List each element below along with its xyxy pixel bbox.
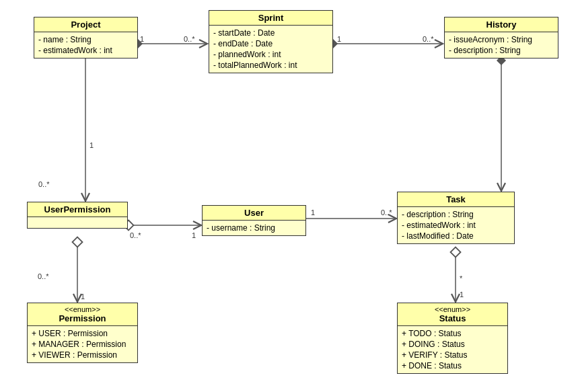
class-status-attr-4: + DONE : Status: [402, 360, 503, 371]
class-permission-attr-3: + VIEWER : Permission: [32, 350, 133, 360]
class-status: <<enum>> Status + TODO : Status + DOING …: [397, 303, 508, 374]
label-proj-up-1: 1: [89, 141, 94, 149]
class-user: User - username : String: [202, 205, 306, 236]
class-userpermission-name: UserPermission: [44, 204, 111, 214]
class-permission-attr-1: + USER : Permission: [32, 328, 133, 339]
class-userpermission-header: UserPermission: [28, 202, 127, 217]
class-permission-name: Permission: [59, 313, 106, 323]
label-up-user-1: 1: [192, 231, 196, 239]
class-sprint-header: Sprint: [209, 11, 332, 26]
label-up-perm-0star: 0..*: [38, 272, 49, 280]
class-status-attr-2: + DOING : Status: [402, 339, 503, 350]
label-up-user-0star: 0..*: [130, 231, 141, 239]
class-status-name: Status: [439, 313, 466, 323]
label-sprint-hist-0star: 0..*: [423, 35, 434, 43]
class-sprint: Sprint - startDate : Date - endDate : Da…: [209, 10, 333, 73]
label-user-task-0star: 0..*: [381, 208, 392, 217]
label-task-status-star: *: [460, 274, 462, 282]
diagram-container: Project - name : String - estimatedWork …: [0, 0, 580, 392]
class-permission: <<enum>> Permission + USER : Permission …: [27, 303, 138, 363]
class-status-header: <<enum>> Status: [398, 303, 507, 326]
class-status-body: + TODO : Status + DOING : Status + VERIF…: [398, 326, 507, 373]
class-history-attr-2: - description : String: [449, 45, 554, 56]
label-up-proj-0star: 0..*: [38, 180, 50, 188]
class-task-body: - description : String - estimatedWork :…: [398, 207, 514, 243]
class-task-attr-2: - estimatedWork : int: [402, 220, 510, 231]
class-history: History - issueAcronym : String - descri…: [444, 17, 558, 58]
class-task-attr-3: - lastModified : Date: [402, 231, 510, 241]
class-permission-header: <<enum>> Permission: [28, 303, 137, 326]
class-project: Project - name : String - estimatedWork …: [34, 17, 138, 58]
class-sprint-body: - startDate : Date - endDate : Date - pl…: [209, 26, 332, 73]
class-project-attr-2: - estimatedWork : int: [38, 45, 133, 56]
class-status-attr-1: + TODO : Status: [402, 328, 503, 339]
class-task-name: Task: [446, 194, 466, 204]
label-proj-sprint-1: 1: [140, 35, 144, 43]
class-status-attr-3: + VERIFY : Status: [402, 350, 503, 360]
class-sprint-attr-3: - plannedWork : int: [213, 49, 328, 60]
class-project-header: Project: [34, 17, 137, 32]
label-proj-sprint-0star: 0..*: [184, 35, 195, 43]
label-task-status-1: 1: [460, 290, 464, 299]
class-history-attr-1: - issueAcronym : String: [449, 34, 554, 45]
class-permission-attr-2: + MANAGER : Permission: [32, 339, 133, 350]
class-history-header: History: [445, 17, 558, 32]
class-task-header: Task: [398, 192, 514, 207]
label-up-perm-1: 1: [81, 292, 85, 301]
class-project-body: - name : String - estimatedWork : int: [34, 32, 137, 58]
class-project-name: Project: [71, 19, 100, 30]
class-userpermission-body: [28, 217, 127, 228]
class-task-attr-1: - description : String: [402, 209, 510, 220]
class-sprint-attr-2: - endDate : Date: [213, 38, 328, 49]
class-permission-body: + USER : Permission + MANAGER : Permissi…: [28, 326, 137, 362]
class-project-attr-1: - name : String: [38, 34, 133, 45]
label-user-task-1: 1: [311, 208, 315, 217]
class-sprint-attr-1: - startDate : Date: [213, 28, 328, 38]
class-permission-stereotype: <<enum>>: [32, 305, 133, 313]
class-user-body: - username : String: [203, 221, 305, 235]
class-history-body: - issueAcronym : String - description : …: [445, 32, 558, 58]
class-task: Task - description : String - estimatedW…: [397, 192, 515, 244]
class-user-name: User: [244, 208, 264, 218]
label-sprint-hist-1: 1: [337, 35, 341, 43]
class-sprint-attr-4: - totalPlannedWork : int: [213, 60, 328, 71]
class-history-name: History: [486, 19, 517, 30]
class-user-header: User: [203, 206, 305, 221]
class-status-stereotype: <<enum>>: [402, 305, 503, 313]
class-sprint-name: Sprint: [258, 13, 284, 23]
class-user-attr-1: - username : String: [207, 223, 301, 233]
class-userpermission: UserPermission: [27, 202, 128, 229]
